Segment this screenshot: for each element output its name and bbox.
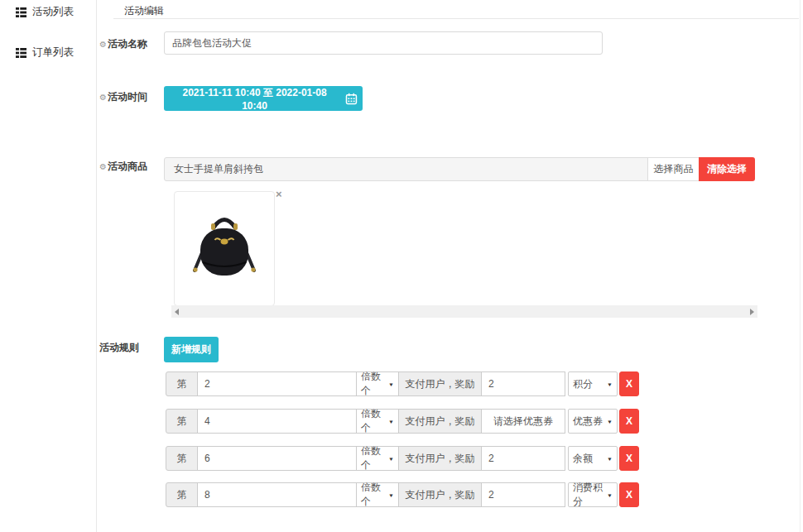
rule-type-select[interactable]: 余额▼: [568, 446, 618, 471]
rule-type-select[interactable]: 消费积分▼: [568, 482, 618, 507]
product-thumbnail-card: [174, 191, 275, 306]
date-range-text: 2021-11-11 10:40 至 2022-01-08 10:40: [169, 86, 340, 112]
gear-icon: ⚙: [99, 40, 107, 49]
rule-reward-input[interactable]: [481, 446, 565, 471]
date-range-button[interactable]: 2021-11-11 10:40 至 2022-01-08 10:40: [164, 86, 363, 111]
chevron-down-icon: ▼: [607, 456, 613, 461]
sidebar-item-label: 活动列表: [32, 5, 74, 19]
rule-count-input[interactable]: [197, 409, 357, 434]
rule-row: 第 倍数个▼ 支付用户，奖励 余额▼ X: [166, 446, 639, 471]
rule-reward-input[interactable]: [481, 371, 565, 396]
chevron-down-icon: ▼: [388, 456, 394, 461]
rule-unit-select[interactable]: 倍数个▼: [356, 409, 399, 434]
sidebar-item-label: 订单列表: [32, 46, 74, 60]
activity-edit-page: 活动列表 订单列表 活动编辑 ⚙活动名称 ⚙活动时间 2021-11-11 10…: [0, 0, 803, 532]
select-product-button[interactable]: 选择商品: [647, 157, 700, 181]
rule-middle-addon: 支付用户，奖励: [398, 371, 482, 396]
rule-unit-select[interactable]: 倍数个▼: [356, 482, 399, 507]
horizontal-scrollbar[interactable]: [171, 305, 757, 318]
scrollbar-track-right: [800, 0, 801, 532]
rule-count-input[interactable]: [197, 371, 357, 396]
th-list-icon: [16, 48, 26, 58]
rule-middle-addon: 支付用户，奖励: [398, 446, 482, 471]
rule-count-input[interactable]: [197, 482, 357, 507]
clear-selection-button[interactable]: 清除选择: [699, 157, 755, 181]
chevron-down-icon: ▼: [607, 419, 613, 424]
rule-middle-addon: 支付用户，奖励: [398, 409, 482, 434]
sidebar: 活动列表 订单列表: [0, 0, 97, 532]
chevron-down-icon: ▼: [388, 381, 394, 386]
remove-rule-button[interactable]: X: [619, 409, 639, 434]
rule-middle-addon: 支付用户，奖励: [398, 482, 482, 507]
scroll-right-icon[interactable]: [750, 309, 754, 315]
activity-time-label: ⚙活动时间: [99, 90, 147, 104]
sidebar-item-activity-list[interactable]: 活动列表: [16, 5, 74, 19]
rule-unit-select[interactable]: 倍数个▼: [356, 446, 399, 471]
rule-prefix-addon: 第: [166, 482, 198, 507]
activity-name-label: ⚙活动名称: [99, 37, 147, 51]
th-list-icon: [16, 7, 26, 17]
rule-prefix-addon: 第: [166, 371, 198, 396]
choose-coupon-button[interactable]: 请选择优惠券: [481, 409, 565, 434]
rule-type-select[interactable]: 优惠券▼: [568, 409, 618, 434]
rule-row: 第 倍数个▼ 支付用户，奖励 请选择优惠券 优惠券▼ X: [166, 409, 639, 434]
add-rule-button[interactable]: 新增规则: [164, 337, 219, 362]
remove-rule-button[interactable]: X: [619, 446, 639, 471]
activity-name-input[interactable]: [164, 31, 603, 55]
remove-rule-button[interactable]: X: [619, 482, 639, 507]
scroll-left-icon[interactable]: [175, 309, 179, 315]
product-name-field[interactable]: 女士手提单肩斜挎包: [164, 157, 648, 181]
rule-reward-input[interactable]: [481, 482, 565, 507]
rule-row: 第 倍数个▼ 支付用户，奖励 积分▼ X: [166, 371, 639, 396]
handbag-image: [189, 206, 260, 292]
rule-row: 第 倍数个▼ 支付用户，奖励 消费积分▼ X: [166, 482, 639, 507]
rule-unit-select[interactable]: 倍数个▼: [356, 371, 399, 396]
activity-product-label: ⚙活动商品: [99, 160, 147, 174]
calendar-icon: [345, 93, 358, 105]
chevron-down-icon: ▼: [388, 492, 394, 497]
rule-prefix-addon: 第: [166, 409, 198, 434]
remove-product-icon[interactable]: ×: [276, 189, 282, 199]
rule-type-select[interactable]: 积分▼: [568, 371, 618, 396]
chevron-down-icon: ▼: [607, 381, 613, 386]
gear-icon: ⚙: [99, 162, 107, 171]
tab-bar: 活动编辑: [113, 0, 799, 19]
remove-rule-button[interactable]: X: [619, 371, 639, 396]
rule-count-input[interactable]: [197, 446, 357, 471]
gear-icon: ⚙: [99, 93, 107, 102]
activity-rules-label: 活动规则: [99, 341, 139, 355]
tab-activity-edit[interactable]: 活动编辑: [124, 4, 164, 18]
sidebar-item-order-list[interactable]: 订单列表: [16, 46, 74, 60]
chevron-down-icon: ▼: [388, 419, 394, 424]
chevron-down-icon: ▼: [607, 492, 613, 497]
rule-prefix-addon: 第: [166, 446, 198, 471]
